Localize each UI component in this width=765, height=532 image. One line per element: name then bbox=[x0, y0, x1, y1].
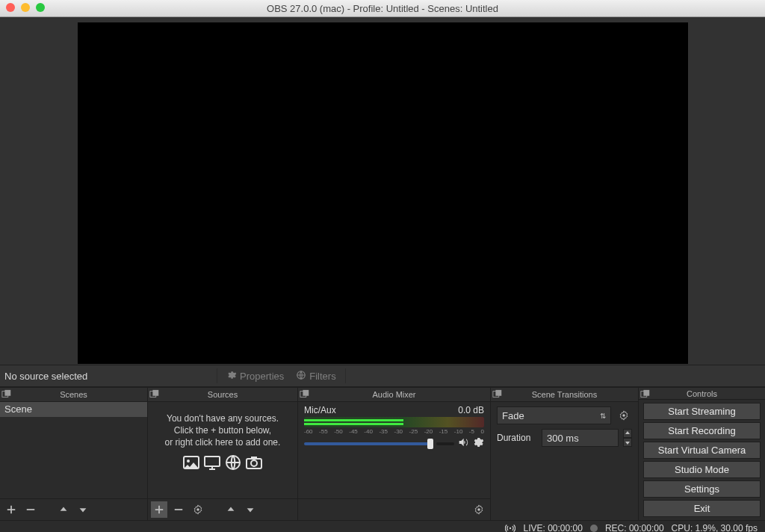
svg-point-15 bbox=[477, 508, 480, 511]
svg-rect-14 bbox=[303, 390, 309, 396]
start-recording-button[interactable]: Start Recording bbox=[643, 422, 761, 439]
add-source-button[interactable] bbox=[151, 501, 167, 518]
display-icon bbox=[203, 454, 221, 474]
globe-icon bbox=[224, 454, 242, 474]
status-live: LIVE: 00:00:00 bbox=[523, 523, 582, 532]
settings-button[interactable]: Settings bbox=[643, 480, 761, 498]
svg-rect-7 bbox=[205, 457, 220, 466]
channel-name: Mic/Aux bbox=[304, 405, 336, 415]
titlebar: OBS 27.0.0 (mac) - Profile: Untitled - S… bbox=[0, 0, 765, 17]
volume-slider[interactable] bbox=[304, 442, 433, 445]
scenes-panel: Scenes Scene bbox=[0, 388, 148, 520]
remove-source-button[interactable] bbox=[170, 501, 187, 518]
gear-icon bbox=[226, 370, 237, 383]
svg-rect-2 bbox=[4, 390, 10, 396]
sources-list[interactable]: You don't have any sources. Click the + … bbox=[148, 402, 297, 498]
duration-input[interactable]: 300 ms bbox=[542, 429, 619, 447]
controls-title: Controls bbox=[687, 389, 717, 398]
source-properties-button[interactable] bbox=[190, 501, 206, 518]
broadcast-icon bbox=[505, 523, 515, 532]
window-title: OBS 27.0.0 (mac) - Profile: Untitled - S… bbox=[0, 3, 765, 14]
svg-rect-4 bbox=[152, 390, 158, 396]
popout-icon[interactable] bbox=[492, 389, 503, 400]
svg-point-10 bbox=[251, 460, 257, 466]
chevron-updown-icon: ⇅ bbox=[600, 412, 606, 420]
globe-icon bbox=[296, 370, 306, 383]
sources-empty-l1: You don't have any sources. bbox=[167, 413, 279, 424]
svg-point-12 bbox=[196, 508, 199, 511]
duration-stepper[interactable] bbox=[623, 429, 632, 447]
properties-button[interactable]: Properties bbox=[222, 368, 288, 384]
svg-point-6 bbox=[187, 460, 190, 463]
audio-channel: Mic/Aux 0.0 dB -60-55-50-45-40-35-30-25-… bbox=[298, 402, 490, 451]
source-status: No source selected bbox=[4, 371, 212, 382]
scene-item[interactable]: Scene bbox=[0, 402, 147, 417]
scenes-list[interactable]: Scene bbox=[0, 402, 147, 498]
svg-rect-17 bbox=[495, 390, 501, 396]
channel-settings-button[interactable] bbox=[472, 436, 484, 451]
sources-empty-l3: or right click here to add one. bbox=[165, 437, 281, 448]
audio-mixer-panel: Audio Mixer Mic/Aux 0.0 dB -60-55-50-45-… bbox=[298, 388, 491, 520]
svg-rect-20 bbox=[643, 390, 649, 396]
start-virtual-camera-button[interactable]: Start Virtual Camera bbox=[643, 442, 761, 459]
image-icon bbox=[182, 454, 200, 474]
sources-title: Sources bbox=[208, 390, 238, 399]
studio-mode-button[interactable]: Studio Mode bbox=[643, 461, 761, 478]
sources-empty-l2: Click the + button below, bbox=[174, 425, 271, 436]
svg-point-21 bbox=[510, 528, 511, 529]
scenes-title: Scenes bbox=[60, 390, 87, 399]
record-indicator-icon bbox=[590, 525, 598, 532]
audio-meter bbox=[304, 417, 484, 427]
source-toolbar: No source selected Properties Filters bbox=[0, 365, 765, 387]
transitions-title: Scene Transitions bbox=[532, 390, 597, 399]
source-down-button[interactable] bbox=[242, 501, 258, 518]
scene-transitions-panel: Scene Transitions Fade ⇅ Duration 300 ms bbox=[491, 388, 639, 520]
channel-level: 0.0 dB bbox=[458, 405, 484, 415]
sources-panel: Sources You don't have any sources. Clic… bbox=[148, 388, 298, 520]
preview-area bbox=[0, 17, 765, 365]
filters-button[interactable]: Filters bbox=[291, 368, 340, 384]
minimize-window-button[interactable] bbox=[21, 3, 30, 12]
mixer-title: Audio Mixer bbox=[372, 390, 415, 399]
scene-down-button[interactable] bbox=[75, 501, 91, 518]
status-rec: REC: 00:00:00 bbox=[605, 523, 664, 532]
scene-up-button[interactable] bbox=[55, 501, 72, 518]
controls-panel: Controls Start StreamingStart RecordingS… bbox=[639, 388, 765, 520]
add-scene-button[interactable] bbox=[3, 501, 19, 518]
transition-settings-button[interactable] bbox=[616, 407, 632, 424]
popout-icon[interactable] bbox=[149, 389, 160, 400]
status-cpu: CPU: 1.9%, 30.00 fps bbox=[672, 523, 758, 532]
popout-icon[interactable] bbox=[640, 389, 651, 400]
status-bar: LIVE: 00:00:00 REC: 00:00:00 CPU: 1.9%, … bbox=[0, 520, 765, 532]
camera-icon bbox=[245, 454, 263, 474]
exit-button[interactable]: Exit bbox=[643, 500, 761, 517]
close-window-button[interactable] bbox=[6, 3, 15, 12]
popout-icon[interactable] bbox=[1, 389, 12, 400]
start-streaming-button[interactable]: Start Streaming bbox=[643, 403, 761, 420]
filters-label: Filters bbox=[309, 371, 335, 382]
transition-selected: Fade bbox=[502, 410, 524, 421]
transition-select[interactable]: Fade ⇅ bbox=[497, 406, 611, 424]
mixer-settings-button[interactable] bbox=[471, 501, 487, 518]
zoom-window-button[interactable] bbox=[36, 3, 45, 12]
properties-label: Properties bbox=[240, 371, 284, 382]
popout-icon[interactable] bbox=[300, 389, 310, 400]
remove-scene-button[interactable] bbox=[22, 501, 39, 518]
source-up-button[interactable] bbox=[223, 501, 239, 518]
preview-canvas[interactable] bbox=[78, 22, 688, 364]
svg-point-18 bbox=[622, 414, 625, 417]
mute-button[interactable] bbox=[457, 436, 469, 451]
duration-label: Duration bbox=[497, 433, 537, 443]
svg-rect-11 bbox=[251, 457, 257, 459]
